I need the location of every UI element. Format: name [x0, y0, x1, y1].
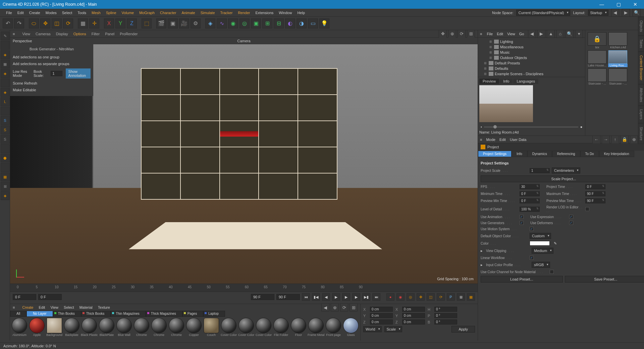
render-picture-button[interactable]: 🎥: [179, 18, 189, 29]
material-frame-metal[interactable]: Frame Metal: [308, 318, 324, 340]
expand-icon[interactable]: ▸: [481, 249, 484, 253]
vp-rotate-icon[interactable]: ⟳: [458, 30, 466, 38]
tree-item-outdoor-objects[interactable]: ⊞Outdoor Objects: [478, 55, 585, 60]
mat-menu-edit[interactable]: Edit: [39, 305, 45, 309]
material-backplate[interactable]: Backplate: [63, 318, 80, 340]
prev-max-input[interactable]: 90 F: [585, 198, 605, 203]
mat-menu-material[interactable]: Material: [79, 305, 93, 309]
use-gen-checkbox[interactable]: ✓: [520, 221, 524, 225]
play-back-button[interactable]: ▶: [332, 293, 340, 301]
max-time-input[interactable]: 90 F: [585, 191, 605, 196]
menu-window[interactable]: Window: [276, 9, 294, 17]
key-scale-button[interactable]: ◫: [427, 293, 435, 301]
select-tool[interactable]: ⬭: [29, 18, 39, 29]
menu-mesh[interactable]: Mesh: [89, 9, 103, 17]
thumb-kitchen-c4d[interactable]: Kitchen.c4d: [608, 32, 628, 49]
obj-menu-view[interactable]: View: [507, 32, 515, 36]
z-axis-button[interactable]: Z: [127, 18, 137, 29]
coord-scale-dropdown[interactable]: Scale: [384, 326, 402, 332]
snap-settings[interactable]: ⊞: [1, 182, 9, 191]
languages-tab[interactable]: Languages: [513, 79, 538, 84]
coord-world-dropdown[interactable]: World: [363, 326, 382, 332]
camera-button[interactable]: ▭: [308, 18, 318, 29]
use-def-checkbox[interactable]: ✓: [569, 221, 573, 225]
render-region-button[interactable]: ▣: [168, 18, 178, 29]
vp-zoom-icon[interactable]: ⊕: [448, 30, 456, 38]
make-editable[interactable]: Make Editable: [13, 88, 36, 92]
info-tab[interactable]: Info: [500, 79, 513, 84]
workplane-button[interactable]: ◈: [1, 191, 9, 200]
material-cover-color[interactable]: Cover Color: [255, 318, 272, 340]
cube-primitive[interactable]: ◈: [205, 18, 215, 29]
side-tab-attributes[interactable]: Attributes: [638, 84, 644, 106]
mat-nav4-icon[interactable]: ⊞: [350, 303, 358, 311]
menu-simulate[interactable]: Simulate: [198, 9, 218, 17]
render-view-button[interactable]: 🎬: [156, 18, 166, 29]
add-separate-groups[interactable]: Add selections as separate groups: [13, 62, 69, 66]
rot-h[interactable]: 0 °: [434, 307, 457, 312]
cb-fwd-icon[interactable]: ▶: [537, 30, 545, 38]
material-chrome[interactable]: Chrome: [168, 318, 185, 340]
size-z[interactable]: 0 cm: [402, 319, 425, 325]
menu-modes[interactable]: Modes: [43, 9, 59, 17]
cb-menu-icon[interactable]: ▾: [575, 30, 583, 38]
add-one-group[interactable]: Add selections as one group: [13, 55, 59, 59]
viewport[interactable]: Perspective Camera Book Generator - Nitr…: [10, 38, 478, 284]
use-expr-checkbox[interactable]: ✓: [569, 215, 573, 219]
attr-menu-user-data[interactable]: User Data: [510, 138, 527, 142]
material-glass[interactable]: Glass: [342, 318, 359, 340]
use-anim-checkbox[interactable]: ✓: [520, 215, 524, 219]
key-param-button[interactable]: P: [447, 293, 455, 301]
material-apple[interactable]: Apple: [29, 318, 45, 340]
last-tool[interactable]: ▦: [78, 18, 88, 29]
prev-key-button[interactable]: ▮◀: [312, 293, 320, 301]
size-y[interactable]: 0 cm: [402, 313, 425, 318]
view-menu-display[interactable]: Display: [56, 32, 68, 36]
timeline-ruler[interactable]: 051015202530354045505560657075808590: [10, 284, 478, 292]
move-tool[interactable]: ✥: [40, 18, 50, 29]
key-pos-button[interactable]: ✥: [417, 293, 425, 301]
layout-next-icon[interactable]: ▶: [622, 9, 630, 17]
menu-tracker[interactable]: Tracker: [218, 9, 235, 17]
key-pla-button[interactable]: ⊞: [457, 293, 465, 301]
obj-menu-file[interactable]: File: [487, 32, 493, 36]
thumb-tex[interactable]: 🔒tex: [587, 32, 607, 49]
layout-prev-icon[interactable]: ◀: [611, 9, 619, 17]
show-annotation-button[interactable]: Show Annotation: [66, 68, 91, 79]
material-cover-color[interactable]: Cover Color: [220, 318, 237, 340]
layer-tab-thick-magazines[interactable]: Thick Magazines: [146, 311, 182, 317]
side-tab-takes[interactable]: Takes: [638, 36, 644, 52]
mat-nav2-icon[interactable]: ⊕: [331, 303, 339, 311]
key-all-button[interactable]: ▦: [467, 293, 475, 301]
size-x[interactable]: 0 cm: [402, 307, 425, 312]
thumb-staircase-[interactable]: Staircase - ...: [608, 68, 628, 85]
cb-up-icon[interactable]: ▲: [547, 30, 555, 38]
search-icon[interactable]: 🔍: [633, 9, 641, 17]
scale-tool[interactable]: ◫: [52, 18, 62, 29]
menu-spline[interactable]: Spline: [103, 9, 119, 17]
tree-item-default-presets[interactable]: ⊞Default Presets: [478, 60, 585, 66]
autokey-button[interactable]: ◉: [396, 293, 405, 301]
material-chrome[interactable]: Chrome: [151, 318, 167, 340]
spline-primitive[interactable]: ∿: [217, 18, 227, 29]
menu-help[interactable]: Help: [294, 9, 308, 17]
model-mode[interactable]: ◈: [1, 50, 9, 59]
mat-menu-texture[interactable]: Texture: [98, 305, 110, 309]
menu-edit[interactable]: Edit: [15, 9, 26, 17]
material-chrome[interactable]: Chrome: [133, 318, 150, 340]
make-editable-icon[interactable]: ✎: [1, 32, 9, 40]
axis-mode[interactable]: L: [1, 97, 9, 106]
thumb-living-roo-[interactable]: Living Roo...: [608, 50, 628, 67]
rot-b[interactable]: 0 °: [434, 319, 457, 325]
material-couch[interactable]: Couch: [203, 318, 220, 340]
attr-fwd-icon[interactable]: →: [602, 136, 610, 144]
record-button[interactable]: ●: [386, 293, 394, 301]
hamburger-icon[interactable]: ≡: [480, 32, 482, 36]
node-space-dropdown[interactable]: Current (Standard/Physical): [516, 10, 571, 16]
pos-y[interactable]: 0 cm: [370, 313, 393, 318]
layer-tab-laptop[interactable]: Laptop: [203, 311, 225, 317]
snap-button[interactable]: ▦: [1, 172, 9, 181]
y-axis-button[interactable]: Y: [115, 18, 125, 29]
material-background[interactable]: Background: [46, 318, 63, 340]
input-color-profile-dropdown[interactable]: sRGB: [532, 262, 550, 268]
